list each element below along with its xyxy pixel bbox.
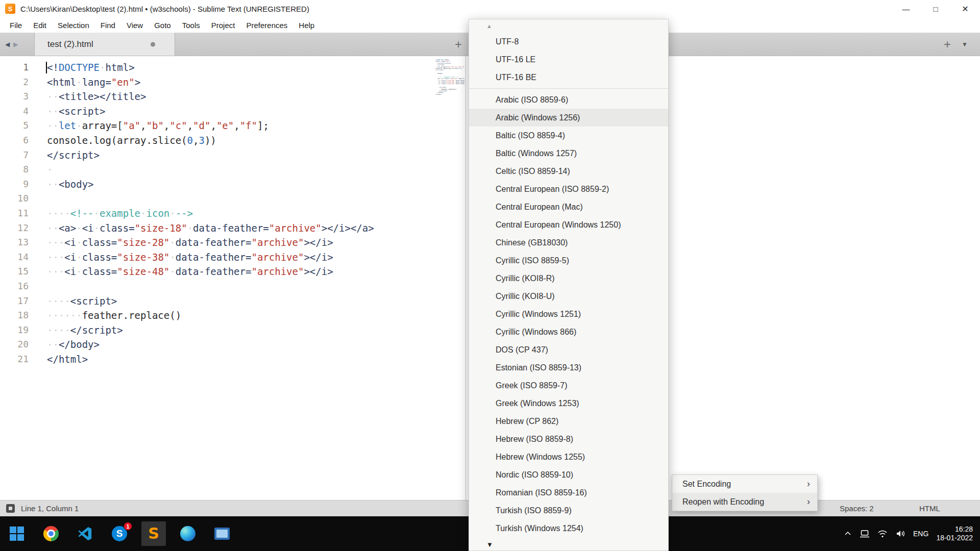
line-number-5[interactable]: 5 <box>0 118 29 133</box>
encoding-option-arabic-windows-1256[interactable]: Arabic (Windows 1256) <box>469 109 668 127</box>
line-number-12[interactable]: 12 <box>0 221 29 236</box>
tray-chevron-up-icon[interactable] <box>844 530 852 538</box>
taskbar-skype[interactable]: S 1 <box>107 521 132 546</box>
line-number-18[interactable]: 18 <box>0 308 29 323</box>
line-number-8[interactable]: 8 <box>0 162 29 177</box>
code-line-15[interactable]: ···<i·class="size-48"·data-feather="arch… <box>47 264 374 279</box>
line-number-16[interactable]: 16 <box>0 279 29 294</box>
encoding-option-hebrew-windows-1255[interactable]: Hebrew (Windows 1255) <box>469 448 668 466</box>
code-line-19[interactable]: ····</script> <box>47 323 374 338</box>
line-number-14[interactable]: 14 <box>0 250 29 265</box>
wifi-icon[interactable] <box>877 530 888 538</box>
menu-scroll-down[interactable]: ▼ <box>469 541 493 548</box>
menu-item-preferences[interactable]: Preferences <box>240 17 293 33</box>
code-line-14[interactable]: ···<i·class="size-38"·data-feather="arch… <box>47 250 374 265</box>
taskbar-app-window[interactable] <box>210 521 234 546</box>
code-line-17[interactable]: ····<script> <box>47 294 374 309</box>
encoding-option-hebrew-iso-8859-8[interactable]: Hebrew (ISO 8859-8) <box>469 430 668 448</box>
new-tab-button-left-group[interactable]: + <box>449 33 468 56</box>
code-line-1[interactable]: <!DOCTYPE·html> <box>47 60 374 75</box>
encoding-option-baltic-windows-1257[interactable]: Baltic (Windows 1257) <box>469 144 668 162</box>
line-number-10[interactable]: 10 <box>0 191 29 206</box>
menu-item-file[interactable]: File <box>4 17 28 33</box>
encoding-option-cyrillic-koi8-u[interactable]: Cyrillic (KOI8-U) <box>469 287 668 305</box>
taskbar-chrome[interactable] <box>39 521 63 546</box>
language-indicator[interactable]: ENG <box>913 530 928 538</box>
code-line-20[interactable]: ··</body> <box>47 337 374 352</box>
line-number-21[interactable]: 21 <box>0 352 29 367</box>
line-number-2[interactable]: 2 <box>0 75 29 90</box>
encoding-option-nordic-iso-8859-10[interactable]: Nordic (ISO 8859-10) <box>469 466 668 484</box>
close-button[interactable]: ✕ <box>950 0 980 17</box>
encoding-option-arabic-iso-8859-6[interactable]: Arabic (ISO 8859-6) <box>469 91 668 109</box>
menu-scroll-up[interactable]: ▲ <box>469 19 668 33</box>
code-line-18[interactable]: ······feather.replace() <box>47 308 374 323</box>
line-number-19[interactable]: 19 <box>0 323 29 338</box>
tab-overflow-icon[interactable]: ▼ <box>962 33 968 56</box>
code-view[interactable]: <!DOCTYPE·html><html·lang="en">··<title>… <box>47 60 374 366</box>
start-button[interactable] <box>5 521 29 546</box>
taskbar-vscode[interactable] <box>73 521 97 546</box>
encoding-option-baltic-iso-8859-4[interactable]: Baltic (ISO 8859-4) <box>469 127 668 144</box>
code-line-4[interactable]: ··<script> <box>47 104 374 119</box>
encoding-option-turkish-windows-1254[interactable]: Turkish (Windows 1254) <box>469 519 668 537</box>
nav-back-icon[interactable]: ◀ <box>5 41 10 48</box>
nav-forward-icon[interactable]: ▶ <box>13 41 18 48</box>
code-line-16[interactable] <box>47 279 374 294</box>
code-line-12[interactable]: ··<a>·<i·class="size-18"·data-feather="a… <box>47 221 374 236</box>
encoding-option-greek-iso-8859-7[interactable]: Greek (ISO 8859-7) <box>469 377 668 394</box>
minimize-button[interactable]: — <box>891 0 921 17</box>
code-line-5[interactable]: ··let·array=["a","b","c","d","e","f"]; <box>47 118 374 133</box>
line-number-6[interactable]: 6 <box>0 133 29 148</box>
code-line-8[interactable]: · <box>47 162 374 177</box>
code-line-13[interactable]: ···<i·class="size-28"·data-feather="arch… <box>47 235 374 250</box>
code-line-11[interactable]: ····<!--·example·icon·--> <box>47 206 374 221</box>
taskbar-sublime-active[interactable]: S <box>141 521 166 546</box>
line-number-11[interactable]: 11 <box>0 206 29 221</box>
line-number-4[interactable]: 4 <box>0 104 29 119</box>
menu-item-goto[interactable]: Goto <box>149 17 177 33</box>
syntax-setting[interactable]: HTML <box>919 504 940 513</box>
menu-item-find[interactable]: Find <box>95 17 121 33</box>
encoding-option-cyrillic-windows-866[interactable]: Cyrillic (Windows 866) <box>469 323 668 341</box>
menu-item-help[interactable]: Help <box>293 17 320 33</box>
code-line-21[interactable]: </html> <box>47 352 374 367</box>
encoding-option-cyrillic-koi8-r[interactable]: Cyrillic (KOI8-R) <box>469 269 668 287</box>
encoding-option-central-european-iso-8859-2[interactable]: Central European (ISO 8859-2) <box>469 180 668 198</box>
line-number-20[interactable]: 20 <box>0 337 29 352</box>
encoding-option-cyrillic-iso-8859-5[interactable]: Cyrillic (ISO 8859-5) <box>469 252 668 269</box>
line-number-15[interactable]: 15 <box>0 264 29 279</box>
encoding-option-utf-16-le[interactable]: UTF-16 LE <box>469 51 668 68</box>
line-number-7[interactable]: 7 <box>0 148 29 163</box>
code-line-7[interactable]: </script> <box>47 148 374 163</box>
encoding-option-central-european-mac[interactable]: Central European (Mac) <box>469 198 668 216</box>
code-line-10[interactable] <box>47 191 374 206</box>
line-number-13[interactable]: 13 <box>0 235 29 250</box>
maximize-button[interactable]: □ <box>921 0 950 17</box>
encoding-option-hebrew-cp-862[interactable]: Hebrew (CP 862) <box>469 412 668 430</box>
tab-modified-dot-icon[interactable] <box>151 42 155 46</box>
encoding-option-cyrillic-windows-1251[interactable]: Cyrillic (Windows 1251) <box>469 305 668 323</box>
encoding-option-utf-8[interactable]: UTF-8 <box>469 33 668 51</box>
laptop-icon[interactable] <box>860 530 870 538</box>
code-line-9[interactable]: ··<body> <box>47 177 374 192</box>
encoding-option-dos-cp-437[interactable]: DOS (CP 437) <box>469 341 668 359</box>
menu-item-view[interactable]: View <box>121 17 149 33</box>
context-menu-item-set-encoding[interactable]: Set Encoding› <box>672 475 817 493</box>
menu-item-project[interactable]: Project <box>206 17 241 33</box>
code-line-3[interactable]: ··<title></title> <box>47 89 374 104</box>
code-line-2[interactable]: <html·lang="en"> <box>47 75 374 90</box>
code-line-6[interactable]: console.log(array.slice(0,3)) <box>47 133 374 148</box>
encoding-option-celtic-iso-8859-14[interactable]: Celtic (ISO 8859-14) <box>469 162 668 180</box>
line-number-1[interactable]: 1 <box>0 60 29 75</box>
new-tab-button-right-group[interactable]: + <box>938 33 957 56</box>
minimap-line-21[interactable]: </html> <box>435 94 464 95</box>
line-number-3[interactable]: 3 <box>0 89 29 104</box>
encoding-option-turkish-iso-8859-9[interactable]: Turkish (ISO 8859-9) <box>469 502 668 519</box>
encoding-option-central-european-windows-1250[interactable]: Central European (Windows 1250) <box>469 216 668 234</box>
volume-icon[interactable] <box>895 530 905 538</box>
minimap[interactable]: <!DOCTYPE·html><html·lang="en">··<title>… <box>435 59 464 100</box>
clock[interactable]: 16:28 18-01-2022 <box>936 525 973 542</box>
encoding-option-estonian-iso-8859-13[interactable]: Estonian (ISO 8859-13) <box>469 359 668 377</box>
encoding-option-chinese-gb18030[interactable]: Chinese (GB18030) <box>469 234 668 252</box>
